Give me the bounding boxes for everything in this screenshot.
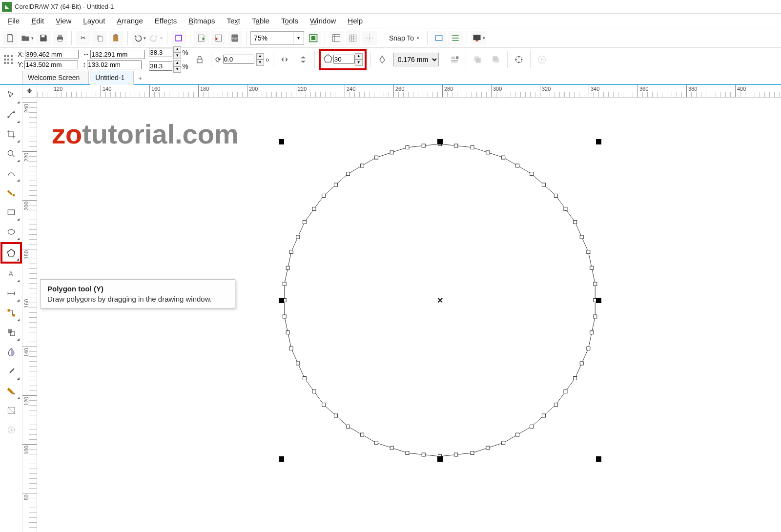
selection-handle-se[interactable]: [596, 456, 601, 462]
menu-window[interactable]: Window: [305, 15, 341, 27]
add-tab-button[interactable]: +: [135, 73, 145, 84]
toolbox: A: [0, 85, 22, 532]
angle-up[interactable]: ▲: [256, 53, 264, 60]
eyedropper-tool[interactable]: [2, 362, 21, 381]
menu-view[interactable]: View: [51, 15, 76, 27]
polygon-tooltip: Polygon tool (Y) Draw polygons by draggi…: [40, 279, 235, 308]
scale-x-down[interactable]: ▼: [173, 53, 181, 59]
fullscreen-preview-button[interactable]: [306, 31, 321, 45]
selection-handle-n[interactable]: [437, 139, 443, 144]
publish-pdf-button[interactable]: PDF: [227, 31, 242, 45]
open-button[interactable]: ▾: [20, 31, 34, 45]
save-button[interactable]: [36, 31, 51, 45]
to-front-button[interactable]: [470, 52, 485, 67]
show-rulers-button[interactable]: [329, 31, 344, 45]
paste-button[interactable]: [109, 31, 123, 45]
new-button[interactable]: [3, 31, 18, 45]
quick-customize-tool[interactable]: [2, 421, 21, 439]
to-back-button[interactable]: [489, 52, 503, 67]
scale-y-input[interactable]: [149, 61, 172, 71]
lock-ratio-button[interactable]: [192, 52, 207, 67]
connector-tool[interactable]: [2, 304, 21, 322]
mirror-horizontal-button[interactable]: [277, 52, 292, 67]
rotation-input[interactable]: [223, 55, 254, 64]
menu-bitmaps[interactable]: Bitmaps: [184, 15, 220, 27]
wrap-text-button[interactable]: [447, 52, 462, 67]
width-input[interactable]: [90, 50, 145, 59]
polygon-sides-up[interactable]: ▲: [355, 53, 363, 60]
scale-y-down[interactable]: ▼: [173, 66, 181, 73]
menu-tools[interactable]: Tools: [276, 15, 303, 27]
polygon-sides-down[interactable]: ▼: [355, 60, 363, 66]
menu-layout[interactable]: Layout: [78, 15, 110, 27]
menu-arrange[interactable]: Arrange: [112, 15, 147, 27]
smart-fill-tool[interactable]: [2, 401, 21, 420]
selection-handle-e[interactable]: [596, 298, 601, 303]
zoom-input[interactable]: [250, 31, 293, 45]
pick-tool[interactable]: [2, 86, 21, 104]
svg-rect-93: [590, 266, 594, 269]
selection-handle-nw[interactable]: [279, 139, 284, 144]
x-position-input[interactable]: [25, 50, 79, 59]
quick-customize-button[interactable]: [534, 52, 549, 67]
options-button[interactable]: [432, 31, 446, 45]
artistic-media-tool[interactable]: [2, 184, 21, 202]
menu-edit[interactable]: Edit: [26, 15, 49, 27]
mirror-vertical-button[interactable]: [296, 52, 310, 67]
text-tool[interactable]: A: [2, 265, 21, 283]
zoom-dropdown[interactable]: ▾: [293, 31, 304, 45]
menu-text[interactable]: Text: [222, 15, 246, 27]
angle-down[interactable]: ▼: [256, 60, 264, 66]
selection-handle-ne[interactable]: [596, 139, 601, 144]
outline-width-select[interactable]: 0.176 mm: [393, 53, 439, 66]
menu-effects[interactable]: Effects: [150, 15, 182, 27]
interactive-fill-tool[interactable]: [2, 382, 21, 400]
copy-button[interactable]: [92, 31, 107, 45]
freehand-tool[interactable]: [2, 164, 21, 183]
scale-x-input[interactable]: [149, 48, 172, 57]
print-button[interactable]: [53, 31, 67, 45]
transparency-tool[interactable]: [2, 343, 21, 361]
drawing-canvas[interactable]: zotutorial.com ✕ Polygon tool (Y) Draw p…: [37, 98, 781, 532]
convert-to-curves-button[interactable]: [512, 52, 526, 67]
object-origin[interactable]: [3, 54, 14, 65]
ruler-horizontal[interactable]: 1001201401601802002202402602803003203403…: [37, 85, 781, 98]
shape-tool[interactable]: [2, 105, 21, 124]
polygon-sides-input[interactable]: [333, 55, 355, 64]
show-guidelines-button[interactable]: [362, 31, 377, 45]
import-button[interactable]: [194, 31, 209, 45]
undo-button[interactable]: ▾: [132, 31, 146, 45]
scale-x-up[interactable]: ▲: [173, 46, 181, 53]
ruler-origin[interactable]: ✥: [22, 85, 37, 98]
snap-to-menu[interactable]: Snap To ▾: [385, 32, 423, 44]
app-launcher-button[interactable]: [448, 31, 463, 45]
height-input[interactable]: [87, 60, 142, 69]
selection-handle-w[interactable]: [279, 298, 284, 303]
polygon-tool[interactable]: [0, 242, 22, 264]
tab-untitled[interactable]: Untitled-1: [90, 71, 134, 85]
scale-y-up[interactable]: ▲: [173, 60, 181, 66]
rectangle-tool[interactable]: [2, 203, 21, 222]
zoom-tool[interactable]: [2, 144, 21, 163]
tab-welcome[interactable]: Welcome Screen: [22, 71, 89, 84]
menu-file[interactable]: File: [3, 15, 24, 27]
dimension-tool[interactable]: [2, 284, 21, 303]
separator: [127, 31, 128, 45]
ellipse-tool[interactable]: [2, 223, 21, 241]
selection-handle-s[interactable]: [437, 456, 443, 462]
export-button[interactable]: [211, 31, 226, 45]
selection-center[interactable]: ✕: [437, 296, 443, 305]
menu-help[interactable]: Help: [343, 15, 368, 27]
effects-tool[interactable]: [2, 323, 21, 342]
ruler-vertical[interactable]: 2402202001801601401201008060: [22, 98, 37, 532]
crop-tool[interactable]: [2, 125, 21, 143]
show-grid-button[interactable]: [346, 31, 360, 45]
search-content-button[interactable]: [171, 31, 186, 45]
selection-handle-sw[interactable]: [279, 456, 284, 462]
y-position-input[interactable]: [24, 60, 78, 69]
zoom-level[interactable]: ▾: [250, 31, 304, 45]
welcome-screen-button[interactable]: ▾: [471, 31, 486, 45]
menu-table[interactable]: Table: [247, 15, 274, 27]
cut-button[interactable]: ✂: [76, 31, 90, 45]
redo-button[interactable]: ▾: [148, 31, 163, 45]
